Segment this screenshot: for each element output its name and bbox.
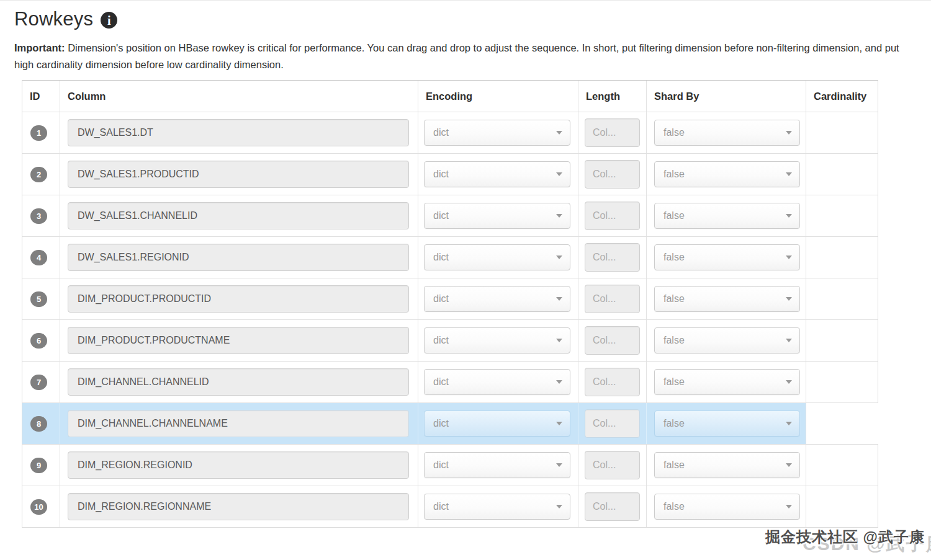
- table-row[interactable]: 2 DW_SALES1.PRODUCTID dict Col... false: [22, 153, 878, 195]
- watermark-juejin: 掘金技术社区 @武子康: [765, 527, 925, 547]
- length-input[interactable]: Col...: [585, 409, 640, 438]
- table-row[interactable]: 5 DIM_PRODUCT.PRODUCTID dict Col... fals…: [22, 278, 878, 319]
- important-notice: Important: Dimension's position on HBase…: [14, 40, 915, 73]
- row-id-badge[interactable]: 7: [30, 375, 47, 390]
- cardinality-cell: [806, 403, 879, 444]
- chevron-down-icon: [556, 214, 562, 218]
- chevron-down-icon: [556, 172, 562, 176]
- encoding-select[interactable]: dict: [424, 161, 570, 187]
- shardby-select[interactable]: false: [654, 452, 800, 478]
- encoding-select[interactable]: dict: [424, 411, 570, 437]
- header-column: Column: [60, 81, 418, 112]
- table-row[interactable]: 9 DIM_REGION.REGIONID dict Col... false: [22, 444, 878, 486]
- column-input[interactable]: DW_SALES1.DT: [68, 119, 409, 146]
- table-row[interactable]: 7 DIM_CHANNEL.CHANNELID dict Col... fals…: [22, 361, 878, 402]
- shardby-select[interactable]: false: [654, 161, 800, 187]
- encoding-select[interactable]: dict: [424, 494, 570, 520]
- length-input[interactable]: Col...: [585, 326, 640, 355]
- shardby-select[interactable]: false: [654, 411, 800, 437]
- rowkeys-page: Rowkeys i Important: Dimension's positio…: [0, 0, 931, 560]
- length-input[interactable]: Col...: [585, 451, 640, 479]
- row-id-badge[interactable]: 5: [30, 291, 47, 307]
- cardinality-cell: [806, 195, 879, 236]
- header-shard-by: Shard By: [646, 81, 806, 112]
- rowkeys-table: ID Column Encoding Length Shard By Cardi…: [22, 80, 878, 528]
- chevron-down-icon: [556, 505, 562, 509]
- chevron-down-icon: [786, 172, 792, 176]
- row-id-badge[interactable]: 3: [30, 208, 47, 224]
- chevron-down-icon: [556, 297, 562, 301]
- column-input[interactable]: DW_SALES1.REGIONID: [68, 244, 409, 271]
- column-input[interactable]: DW_SALES1.CHANNELID: [68, 202, 409, 229]
- length-input[interactable]: Col...: [585, 243, 640, 272]
- encoding-select[interactable]: dict: [424, 120, 570, 146]
- cardinality-cell: [806, 112, 879, 153]
- chevron-down-icon: [786, 256, 792, 259]
- encoding-select[interactable]: dict: [424, 244, 570, 270]
- column-input[interactable]: DIM_PRODUCT.PRODUCTID: [68, 285, 409, 313]
- column-input[interactable]: DW_SALES1.PRODUCTID: [68, 161, 409, 188]
- row-id-badge[interactable]: 6: [30, 333, 47, 349]
- cardinality-cell: [806, 320, 879, 361]
- column-input[interactable]: DIM_REGION.REGIONID: [68, 451, 409, 479]
- table-body: 1 DW_SALES1.DT dict Col... false 2 DW_SA…: [22, 112, 878, 527]
- chevron-down-icon: [556, 339, 562, 342]
- shardby-select[interactable]: false: [654, 244, 800, 270]
- column-input[interactable]: DIM_PRODUCT.PRODUCTNAME: [68, 327, 409, 354]
- cardinality-cell: [806, 154, 879, 195]
- shardby-select[interactable]: false: [654, 286, 800, 312]
- column-input[interactable]: DIM_CHANNEL.CHANNELID: [68, 368, 409, 396]
- chevron-down-icon: [786, 297, 792, 301]
- table-row[interactable]: 6 DIM_PRODUCT.PRODUCTNAME dict Col... fa…: [22, 319, 878, 361]
- column-input[interactable]: DIM_CHANNEL.CHANNELNAME: [68, 410, 409, 437]
- shardby-select[interactable]: false: [654, 203, 800, 229]
- cardinality-cell: [806, 237, 879, 278]
- table-row[interactable]: 4 DW_SALES1.REGIONID dict Col... false: [22, 236, 878, 278]
- encoding-select[interactable]: dict: [424, 452, 570, 478]
- chevron-down-icon: [786, 505, 792, 509]
- cardinality-cell: [806, 486, 879, 527]
- table-row[interactable]: 10 DIM_REGION.REGIONNAME dict Col... fal…: [22, 486, 878, 527]
- cardinality-cell: [806, 278, 879, 319]
- length-input[interactable]: Col...: [585, 202, 640, 230]
- table-row[interactable]: 1 DW_SALES1.DT dict Col... false: [22, 112, 878, 153]
- length-input[interactable]: Col...: [585, 285, 640, 313]
- info-circle-icon[interactable]: i: [101, 12, 117, 29]
- chevron-down-icon: [786, 339, 792, 342]
- table-header-row: ID Column Encoding Length Shard By Cardi…: [22, 81, 878, 112]
- chevron-down-icon: [556, 422, 562, 425]
- header-cardinality: Cardinality: [806, 81, 879, 112]
- chevron-down-icon: [556, 256, 562, 259]
- chevron-down-icon: [556, 463, 562, 467]
- important-text: Dimension's position on HBase rowkey is …: [14, 42, 899, 70]
- row-id-badge[interactable]: 2: [30, 167, 47, 182]
- row-id-badge[interactable]: 8: [30, 416, 47, 432]
- chevron-down-icon: [556, 380, 562, 384]
- length-input[interactable]: Col...: [585, 118, 640, 147]
- row-id-badge[interactable]: 9: [30, 458, 47, 473]
- row-id-badge[interactable]: 1: [30, 125, 47, 141]
- shardby-select[interactable]: false: [654, 369, 800, 395]
- page-header: Rowkeys i: [0, 1, 931, 30]
- row-id-badge[interactable]: 10: [30, 499, 47, 515]
- important-label: Important:: [14, 42, 65, 53]
- encoding-select[interactable]: dict: [424, 369, 570, 395]
- length-input[interactable]: Col...: [585, 492, 640, 521]
- encoding-select[interactable]: dict: [424, 327, 570, 353]
- length-input[interactable]: Col...: [585, 160, 640, 189]
- row-id-badge[interactable]: 4: [30, 250, 47, 265]
- chevron-down-icon: [556, 131, 562, 135]
- header-id: ID: [22, 81, 60, 112]
- shardby-select[interactable]: false: [654, 327, 800, 353]
- length-input[interactable]: Col...: [585, 368, 640, 396]
- chevron-down-icon: [786, 131, 792, 135]
- header-length: Length: [578, 81, 646, 112]
- table-row[interactable]: 8 DIM_CHANNEL.CHANNELNAME dict Col... fa…: [22, 402, 878, 444]
- chevron-down-icon: [786, 422, 792, 425]
- column-input[interactable]: DIM_REGION.REGIONNAME: [68, 493, 409, 520]
- table-row[interactable]: 3 DW_SALES1.CHANNELID dict Col... false: [22, 195, 878, 236]
- encoding-select[interactable]: dict: [424, 286, 570, 312]
- shardby-select[interactable]: false: [654, 494, 800, 520]
- shardby-select[interactable]: false: [654, 120, 800, 146]
- encoding-select[interactable]: dict: [424, 203, 570, 229]
